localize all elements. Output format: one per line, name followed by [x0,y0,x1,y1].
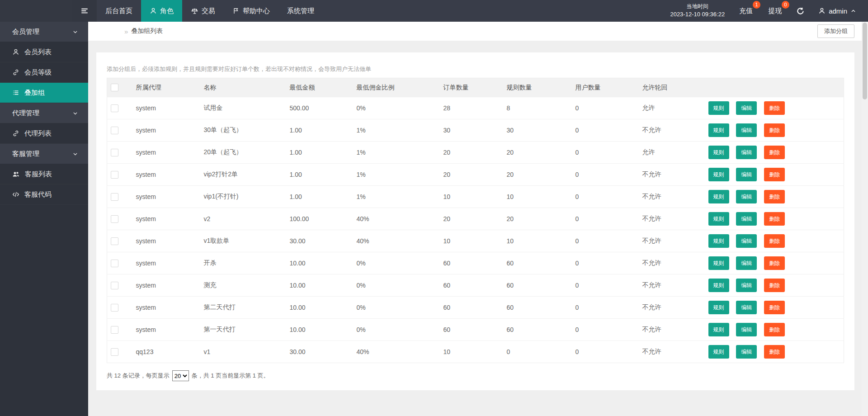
delete-button[interactable]: 删除 [764,256,785,270]
row-checkbox[interactable] [111,149,118,156]
row-checkbox[interactable] [111,215,118,223]
rule-button[interactable]: 规则 [708,146,729,159]
cell-agent: system [132,297,199,319]
delete-button[interactable]: 删除 [764,279,785,292]
cell-agent: system [132,252,199,274]
cell-min-commission: 0% [352,297,439,319]
cell-user-count: 0 [571,164,638,186]
sidebar-item-label: 客服列表 [25,170,52,179]
sidebar-item-stack-group[interactable]: 叠加组 [0,83,88,103]
cell-name: v1 [199,341,285,363]
rule-button[interactable]: 规则 [708,301,729,314]
sidebar-group-service-management[interactable]: 客服管理 [0,144,88,164]
edit-button[interactable]: 编辑 [736,190,757,203]
sidebar-item-service-code[interactable]: 客服代码 [0,184,88,205]
nav-item-roles[interactable]: 角色 [141,0,182,22]
delete-button[interactable]: 删除 [764,301,785,314]
cell-min-amount: 1.00 [285,186,352,208]
row-actions: 规则 编辑 删除 [704,341,844,363]
delete-button[interactable]: 删除 [764,234,785,248]
edit-button[interactable]: 编辑 [736,146,757,159]
edit-button[interactable]: 编辑 [736,301,757,314]
sidebar-item-member-level[interactable]: 会员等级 [0,62,88,83]
edit-button[interactable]: 编辑 [736,123,757,137]
table-row: system vip2打针2单 1.00 1% 20 20 0 不允许 规则 编… [107,164,844,186]
cell-allow-loop: 不允许 [638,341,704,363]
nav-item-system[interactable]: 系统管理 [278,0,323,22]
edit-button[interactable]: 编辑 [736,279,757,292]
admin-menu[interactable]: admin [818,7,856,15]
edit-button[interactable]: 编辑 [736,345,757,359]
edit-button[interactable]: 编辑 [736,101,757,115]
nav-item-label: 交易 [202,7,215,15]
row-checkbox[interactable] [111,260,118,267]
cell-rule-count: 0 [502,341,571,363]
row-checkbox[interactable] [111,326,118,334]
nav-item-help-center[interactable]: 帮助中心 [224,0,278,22]
sidebar-group-agent-management[interactable]: 代理管理 [0,103,88,123]
edit-button[interactable]: 编辑 [736,234,757,248]
column-header-agent: 所属代理 [132,78,199,97]
sidebar-item-label: 客服代码 [24,190,52,199]
delete-button[interactable]: 删除 [764,146,785,159]
rule-button[interactable]: 规则 [708,345,729,359]
edit-button[interactable]: 编辑 [736,168,757,181]
row-checkbox[interactable] [111,282,118,289]
delete-button[interactable]: 删除 [764,101,785,115]
edit-button[interactable]: 编辑 [736,256,757,270]
delete-button[interactable]: 删除 [764,123,785,137]
row-checkbox[interactable] [111,237,118,245]
rule-button[interactable]: 规则 [708,256,729,270]
cell-min-amount: 500.00 [285,97,352,119]
rule-button[interactable]: 规则 [708,190,729,203]
cell-min-amount: 30.00 [285,341,352,363]
rule-button[interactable]: 规则 [708,234,729,248]
nav-item-trade[interactable]: 交易 [182,0,224,22]
delete-button[interactable]: 删除 [764,190,785,203]
sidebar-item-service-list[interactable]: 客服列表 [0,164,88,184]
rule-button[interactable]: 规则 [708,212,729,226]
withdraw-button[interactable]: 提现 0 [767,6,783,16]
table-body: system 试用金 500.00 0% 28 8 0 允许 规则 编辑 删除 … [107,97,844,363]
cell-min-commission: 1% [352,186,439,208]
nav-item-dashboard[interactable]: 后台首页 [97,0,141,22]
delete-button[interactable]: 删除 [764,323,785,336]
row-checkbox[interactable] [111,127,118,134]
delete-button[interactable]: 删除 [764,212,785,226]
row-checkbox[interactable] [111,171,118,179]
row-checkbox[interactable] [111,304,118,312]
stack-group-card: 添加分组后，必须添加规则，并且规则需要对应好订单个数，若出现不对称情况，会导致用… [96,52,854,390]
cell-user-count: 0 [571,119,638,142]
rule-button[interactable]: 规则 [708,101,729,115]
rule-button[interactable]: 规则 [708,123,729,137]
cell-min-amount: 10.00 [285,252,352,274]
edit-button[interactable]: 编辑 [736,212,757,226]
chevron-down-icon [72,110,78,116]
page-size-select[interactable]: 20 [172,370,189,381]
delete-button[interactable]: 删除 [764,168,785,181]
row-checkbox[interactable] [111,193,118,201]
vertical-scrollbar[interactable] [862,22,868,416]
sidebar-item-member-list[interactable]: 会员列表 [0,42,88,62]
row-checkbox[interactable] [111,104,118,112]
scrollbar-thumb[interactable] [863,23,867,99]
sidebar-item-agent-list[interactable]: 代理列表 [0,123,88,144]
add-group-button[interactable]: 添加分组 [817,24,854,38]
edit-button[interactable]: 编辑 [736,323,757,336]
sidebar-group-member-management[interactable]: 会员管理 [0,22,88,42]
recharge-button[interactable]: 充值 1 [738,6,754,16]
rule-button[interactable]: 规则 [708,323,729,336]
row-actions: 规则 编辑 删除 [704,119,844,142]
rule-button[interactable]: 规则 [708,279,729,292]
sidebar-toggle-button[interactable] [72,0,97,22]
link-icon [12,69,19,76]
refresh-button[interactable] [796,7,805,15]
cell-rule-count: 60 [502,297,571,319]
rule-button[interactable]: 规则 [708,168,729,181]
cell-min-amount: 100.00 [285,208,352,230]
select-all-checkbox[interactable] [111,84,118,91]
cell-rule-count: 60 [502,252,571,274]
delete-button[interactable]: 删除 [764,345,785,359]
cell-order-count: 20 [439,142,502,164]
row-checkbox[interactable] [111,348,118,356]
